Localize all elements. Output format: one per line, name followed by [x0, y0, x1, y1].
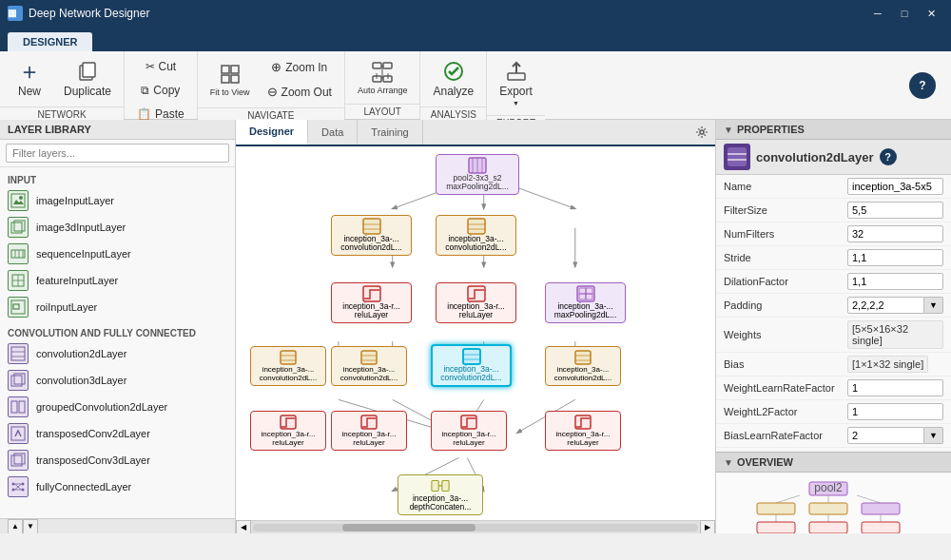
list-item[interactable]: transposedConv3dLayer [0, 447, 235, 473]
list-item[interactable]: convolution3dLayer [0, 367, 235, 394]
list-item[interactable]: imageInputLayer [0, 187, 235, 214]
node-label: inception_3a-r...reluLayer [556, 431, 611, 448]
tab-training[interactable]: Training [358, 120, 422, 145]
node-inc3a-conv6[interactable]: inception_3a-...convolution2dL... [545, 346, 621, 386]
help-button[interactable]: ? [909, 72, 936, 99]
minimize-button[interactable]: ─ [865, 4, 890, 23]
props-weights-value: [5×5×16×32 single] [847, 320, 943, 349]
list-item[interactable]: groupedConvolution2dLayer [0, 394, 235, 420]
props-collapse-header[interactable]: ▼ PROPERTIES [716, 120, 951, 140]
layer-search-input[interactable] [6, 144, 229, 163]
analyze-button[interactable]: Analyze [426, 55, 480, 103]
list-item[interactable]: fullyConnectedLayer [0, 473, 235, 500]
overview-collapse-header[interactable]: ▼ OVERVIEW [716, 452, 951, 473]
props-row-weights: Weights [5×5×16×32 single] [716, 318, 951, 353]
node-inc3a-pool[interactable]: inception_3a-...maxPooling2dL... [545, 282, 626, 323]
props-filtersize-input[interactable] [847, 202, 943, 219]
node-inc3a-conv1[interactable]: inception_3a-...convolution2dL... [331, 215, 412, 256]
node-pool2[interactable]: pool2-3x3_s2maxPooling2dL... [436, 154, 519, 195]
export-button[interactable]: Export ▼ [493, 55, 539, 111]
props-value-bias: [1×1×32 single] [847, 356, 943, 373]
props-section-title: PROPERTIES [737, 124, 805, 135]
node-inc3a-rel1[interactable]: inception_3a-r...reluLayer [331, 282, 412, 323]
props-value-numfilters [847, 225, 943, 242]
new-icon: ＋ [18, 60, 41, 83]
props-key: Stride [724, 252, 847, 263]
tab-data[interactable]: Data [308, 120, 358, 145]
nodes-container: pool2-3x3_s2maxPooling2dL... inception_3… [236, 146, 715, 520]
node-inc3a-rel6[interactable]: inception_3a-r...reluLayer [545, 411, 621, 451]
props-help-button[interactable]: ? [880, 148, 897, 165]
props-row-dilation: DilationFactor [716, 270, 951, 294]
close-button[interactable]: ✕ [919, 4, 943, 23]
props-padding-input[interactable] [847, 297, 924, 314]
relu-node-icon [573, 414, 592, 431]
props-key: Name [724, 181, 847, 192]
svg-rect-14 [508, 73, 525, 80]
props-stride-input[interactable] [847, 249, 943, 266]
restore-button[interactable]: □ [892, 4, 917, 23]
props-padding-dropdown[interactable]: ▼ [924, 297, 943, 314]
new-button[interactable]: ＋ New [6, 55, 53, 103]
list-item[interactable]: convolution2dLayer [0, 340, 235, 367]
list-item[interactable]: sequenceInputLayer [0, 241, 235, 267]
node-label: inception_3a-...convolution2dL... [260, 366, 318, 383]
conv2d-icon [8, 343, 29, 364]
svg-rect-15 [11, 194, 25, 207]
canvas-content[interactable]: pool2-3x3_s2maxPooling2dL... inception_3… [236, 146, 715, 520]
node-inc3a-conv2[interactable]: inception_3a-...convolution2dL... [436, 215, 516, 256]
props-blrf-dropdown[interactable]: ▼ [924, 427, 943, 444]
props-row-wl2f: WeightL2Factor [716, 400, 951, 424]
help-area: ? [902, 51, 951, 119]
fit-to-view-button[interactable]: Fit to View [204, 58, 257, 102]
node-inc3a-rel3[interactable]: inception_3a-r...reluLayer [250, 411, 326, 451]
list-item[interactable]: featureInputLayer [0, 267, 235, 294]
designer-tab[interactable]: DESIGNER [8, 32, 92, 51]
props-numfilters-input[interactable] [847, 225, 943, 242]
zoom-out-button[interactable]: ⊖ Zoom Out [261, 80, 339, 104]
scroll-down-button[interactable]: ▼ [23, 519, 38, 534]
list-item[interactable]: transposedConv2dLayer [0, 420, 235, 447]
layout-section-label: LAYOUT [345, 104, 420, 119]
props-blrf-input[interactable] [847, 427, 924, 444]
copy-icon: ⧉ [141, 84, 149, 97]
conv-node-icon [467, 218, 486, 235]
props-key: DilationFactor [724, 276, 847, 287]
node-inc3a-rel4[interactable]: inception_3a-r...reluLayer [331, 411, 407, 451]
node-label: inception_3a-...depthConcaten... [410, 494, 472, 512]
props-dilation-input[interactable] [847, 273, 943, 290]
node-inc3a-conv3[interactable]: inception_3a-...convolution2dL... [250, 346, 326, 386]
node-inc3a-conv5-selected[interactable]: inception_3a-...convolution2dL... [431, 344, 512, 387]
canvas-settings-button[interactable] [689, 120, 715, 145]
props-value-filtersize [847, 202, 943, 219]
node-depth-concat[interactable]: inception_3a-...depthConcaten... [398, 474, 483, 515]
node-label: inception_3a-...convolution2dL... [340, 235, 401, 253]
zoom-in-button[interactable]: ⊕ Zoom In [261, 55, 339, 79]
node-inc3a-rel5[interactable]: inception_3a-r...reluLayer [431, 411, 507, 451]
tab-designer[interactable]: Designer [236, 120, 308, 145]
h-scroll-left-button[interactable]: ◀ [236, 520, 251, 534]
props-wl2f-input[interactable] [847, 403, 943, 420]
duplicate-button[interactable]: Duplicate [57, 55, 118, 103]
svg-rect-94 [575, 351, 591, 364]
cut-button[interactable]: ✂ Cut [130, 55, 191, 78]
props-wlrf-input[interactable] [847, 379, 943, 396]
list-item[interactable]: roiInputLayer [0, 294, 235, 320]
list-item[interactable]: image3dInputLayer [0, 214, 235, 241]
svg-rect-7 [383, 63, 392, 68]
copy-button[interactable]: ⧉ Copy [130, 79, 191, 102]
node-label: inception_3a-...maxPooling2dL... [554, 302, 617, 320]
scroll-up-button[interactable]: ▲ [8, 519, 23, 534]
h-scroll-right-button[interactable]: ▶ [700, 520, 715, 534]
pool-node-icon [468, 157, 487, 174]
layer-item-label: transposedConv3dLayer [36, 454, 150, 466]
props-name-input[interactable] [847, 178, 943, 195]
node-inc3a-rel2[interactable]: inception_3a-r...reluLayer [436, 282, 516, 323]
node-label: inception_3a-r...reluLayer [342, 302, 399, 320]
layer-library: LAYER LIBRARY INPUT imageInputLayer imag… [0, 120, 236, 533]
props-row-blrf: BiasLearnRateFactor ▼ [716, 424, 951, 448]
canvas-h-scrollbar[interactable]: ◀ ▶ [236, 520, 715, 533]
node-inc3a-conv4[interactable]: inception_3a-...convolution2dL... [331, 346, 407, 386]
props-layer-type: convolution2dLayer [756, 150, 874, 164]
auto-arrange-button[interactable]: Auto Arrange [351, 56, 415, 100]
